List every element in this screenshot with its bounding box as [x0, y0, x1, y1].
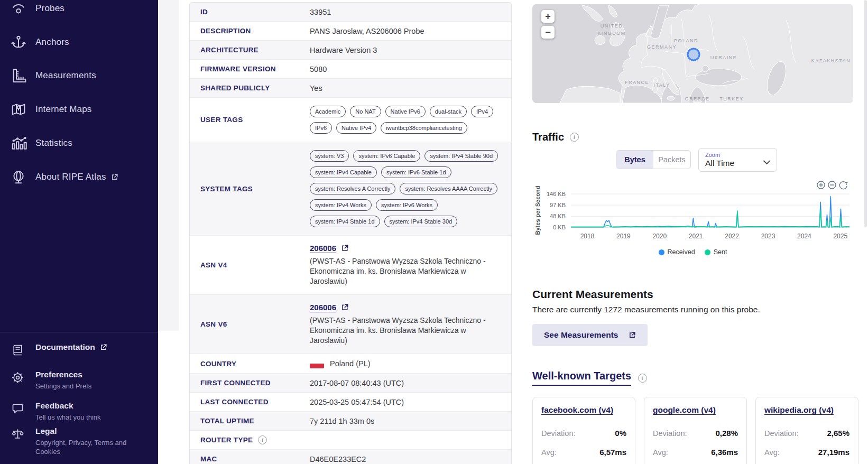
table-row-first-connected: FIRST CONNECTED2017-08-07 08:40:43 (UTC) [190, 373, 511, 392]
traffic-zoom-select[interactable]: Zoom All Time [698, 148, 777, 172]
tag-pill[interactable]: No NAT [350, 106, 381, 117]
tag-pill[interactable]: system: IPv6 Works [376, 199, 438, 211]
target-link[interactable]: wikipedia.org (v4) [764, 405, 849, 415]
tag-pill[interactable]: system: Resolves A Correctly [310, 183, 395, 194]
sidebar-item-anchors[interactable]: Anchors [0, 31, 158, 54]
chart-reset-icon[interactable] [839, 182, 847, 189]
asn-link[interactable]: 206006 [310, 244, 349, 253]
x-tick-label: 2025 [833, 233, 847, 240]
target-card-wikipedia: wikipedia.org (v4) Deviation: 2,65% Avg:… [755, 397, 858, 464]
globe-icon [10, 169, 27, 185]
sidebar-divider [0, 332, 158, 332]
tag-pill[interactable]: system: IPv4 Stable 90d [424, 150, 498, 162]
x-tick-label: 2021 [689, 233, 703, 240]
sidebar-item-measurements[interactable]: Measurements [0, 64, 158, 87]
sidebar-footer-label: Legal [35, 426, 136, 436]
chart-zoom-out-icon[interactable] [828, 181, 836, 189]
row-label: SYSTEM TAGS [190, 180, 310, 198]
row-label: ASN V6 [190, 315, 310, 333]
map-zoom-in-button[interactable]: + [541, 10, 555, 23]
series-received [571, 197, 849, 227]
sidebar-footer-label: Feedback [35, 401, 101, 411]
tag-pill[interactable]: system: IPv4 Capable [310, 166, 377, 178]
scales-icon [11, 427, 25, 441]
poland-flag-icon [310, 359, 324, 368]
asn-link[interactable]: 206006 [310, 303, 349, 312]
tag-pill[interactable]: system: Resolves AAAA Correctly [400, 183, 497, 194]
zoom-select-label: Zoom [705, 152, 770, 158]
sidebar-item-label: Anchors [35, 37, 69, 48]
tag-pill[interactable]: IPv6 [310, 122, 332, 134]
tag-pill[interactable]: system: V3 [310, 150, 349, 162]
chart-zoom-in-icon[interactable] [817, 181, 825, 189]
well-known-targets-header: Well-known Targets i [532, 370, 647, 386]
deviation-value: 2,65% [827, 429, 849, 438]
tag-pill[interactable]: system: IPv6 Stable 1d [381, 166, 451, 178]
probe-location-map[interactable]: UNITED KINGDOM GERMANY POLAND UKRAINE FR… [532, 4, 853, 103]
map-label-uk-2: KINGDOM [597, 31, 626, 36]
table-row-asn-v6: ASN V6206006(PWST-AS - Panstwowa Wyzsza … [190, 294, 511, 354]
row-label: ARCHITECTURE [190, 41, 310, 59]
external-link-icon [629, 331, 636, 339]
y-tick-label: 0 KB [553, 224, 566, 230]
avg-row: Avg: 27,19ms [764, 448, 849, 457]
probe-details-table: ID33951DESCRIPTIONPANS Jaroslaw, AS20600… [189, 2, 512, 464]
sidebar-item-documentation[interactable]: Documentation [0, 342, 158, 357]
map-zoom-out-button[interactable]: − [541, 26, 555, 39]
asn-description: (PWST-AS - Panstwowa Wyzsza Szkola Techn… [310, 256, 504, 286]
target-link[interactable]: facebook.com (v4) [541, 405, 626, 415]
tag-pill[interactable]: system: IPv4 Stable 30d [384, 216, 458, 227]
target-link[interactable]: google.com (v4) [653, 405, 738, 415]
traffic-section-title: Traffic i [532, 131, 579, 143]
right-panel: UNITED KINGDOM GERMANY POLAND UKRAINE FR… [532, 0, 853, 464]
map-label-turkey: TURKEY [719, 96, 744, 101]
toggle-bytes[interactable]: Bytes [616, 151, 653, 169]
sidebar-item-preferences[interactable]: PreferencesSettings and Prefs [0, 370, 158, 391]
deviation-row: Deviation: 2,65% [764, 429, 849, 438]
sidebar-item-label: About RIPE Atlas [35, 172, 106, 182]
map-label-germany: GERMANY [647, 44, 677, 50]
tag-pill[interactable]: system: IPv4 Stable 1d [310, 216, 380, 227]
toggle-packets[interactable]: Packets [653, 151, 690, 169]
table-row-asn-v4: ASN V4206006(PWST-AS - Panstwowa Wyzsza … [190, 235, 511, 294]
row-value: AcademicNo NATNative IPv6dual-stackIPv4I… [310, 98, 511, 142]
tag-pill[interactable]: dual-stack [430, 106, 467, 117]
sidebar-item-statistics[interactable]: Statistics [0, 132, 158, 155]
tag-pill[interactable]: system: IPv6 Capable [353, 150, 420, 162]
legend-received: Received [659, 248, 695, 256]
x-tick-label: 2020 [652, 233, 667, 240]
row-label: FIRST CONNECTED [190, 374, 310, 392]
sidebar-item-internet-maps[interactable]: Internet Maps [0, 98, 158, 121]
sidebar-footer-label: Documentation [35, 342, 107, 352]
tag-pill[interactable]: Native IPv6 [385, 106, 426, 117]
row-label: TOTAL UPTIME [190, 412, 310, 430]
well-known-targets-info-icon[interactable]: i [638, 374, 647, 383]
tag-pill[interactable]: system: IPv4 Works [310, 199, 372, 211]
row-value [310, 431, 511, 449]
tag-pill[interactable]: IPv4 [471, 106, 493, 117]
see-measurements-button[interactable]: See Measurements [532, 324, 648, 346]
legend-sent: Sent [705, 248, 727, 256]
series-sent [571, 210, 849, 227]
x-tick-label: 2024 [797, 233, 811, 240]
tag-pill[interactable]: iwantbcp38compliancetesting [381, 122, 467, 134]
probe-marker[interactable] [688, 49, 699, 60]
tag-pill[interactable]: Academic [310, 106, 346, 117]
external-link-icon [111, 173, 118, 181]
sidebar-item-probes[interactable]: Probes [0, 0, 158, 20]
table-row-mac: MACD46E0E233EC2 [190, 449, 511, 464]
sidebar-item-feedback[interactable]: FeedbackTell us what you think [0, 401, 158, 422]
row-info-icon[interactable]: i [258, 435, 267, 444]
well-known-targets-title[interactable]: Well-known Targets [532, 370, 631, 386]
traffic-info-icon[interactable]: i [570, 133, 579, 142]
deviation-value: 0% [615, 429, 626, 438]
sidebar-item-legal[interactable]: LegalCopyright, Privacy, Terms and Cooki… [0, 426, 158, 456]
sidebar-item-about-ripe-atlas[interactable]: About RIPE Atlas [0, 165, 158, 189]
row-value: 2025-03-25 05:47:54 (UTC) [310, 393, 511, 411]
row-value: Hardware Version 3 [310, 41, 511, 59]
page-scrollbar[interactable] [864, 0, 867, 227]
tag-pill[interactable]: Native IPv4 [336, 122, 376, 134]
avg-value: 6,36ms [711, 448, 738, 457]
row-label: ID [190, 3, 310, 21]
map-label-italy: ITALY [653, 82, 670, 88]
